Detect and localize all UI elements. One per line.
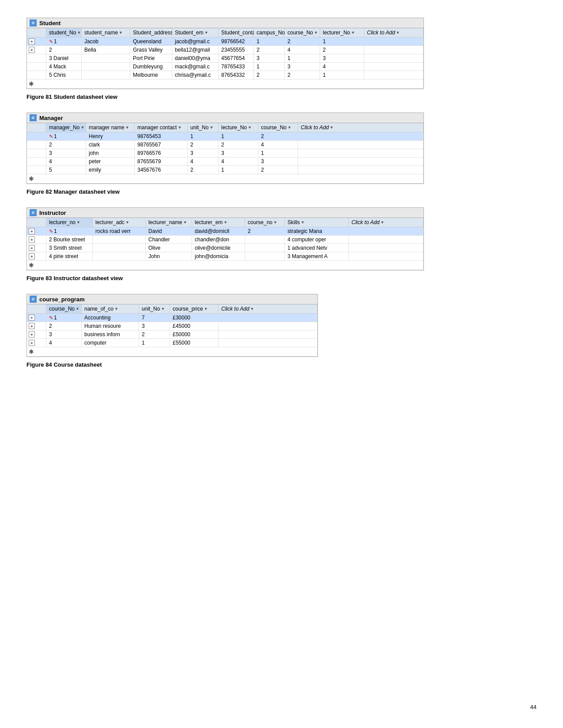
- manager-col-unit[interactable]: unit_No ▼: [188, 123, 219, 132]
- expand-btn[interactable]: +: [29, 228, 35, 234]
- table-row[interactable]: 5 emily 34567676 2 1 2: [27, 166, 423, 174]
- table-row[interactable]: ✎1 Henry 98765453 1 1 2: [27, 132, 423, 141]
- student-lecturer-4: 4: [320, 63, 364, 71]
- row-expand-3[interactable]: [27, 54, 46, 62]
- expand-btn[interactable]: +: [29, 331, 35, 338]
- new-row[interactable]: ✱: [27, 79, 423, 89]
- new-row-cell[interactable]: [40, 261, 423, 270]
- student-header-row: student_No ▼ student_name ▼ Student_addr…: [27, 28, 423, 38]
- course-col-name[interactable]: name_of_co ▼: [82, 304, 139, 313]
- row-expand-m3[interactable]: [27, 149, 46, 157]
- manager-add-3: [298, 149, 423, 157]
- course-col-unit[interactable]: unit_No ▼: [139, 304, 170, 313]
- new-row-cell[interactable]: [40, 79, 423, 88]
- table-row[interactable]: + 4 pirie street John john@domicia 3 Man…: [27, 252, 423, 261]
- table-row[interactable]: + 3 Smith street Olive olive@domicile 1 …: [27, 244, 423, 252]
- new-row[interactable]: ✱: [27, 347, 317, 356]
- instructor-addr-2: [93, 236, 146, 244]
- student-col-name[interactable]: student_name ▼: [82, 28, 130, 37]
- manager-col-course[interactable]: course_No ▼: [258, 123, 298, 132]
- row-expand-c4[interactable]: +: [27, 339, 46, 347]
- row-expand-m5[interactable]: [27, 166, 46, 174]
- student-col-no[interactable]: student_No ▼: [46, 28, 82, 37]
- student-col-campus[interactable]: campus_No ▼: [254, 28, 285, 37]
- table-row[interactable]: + ✎1 rocks road verr David david@domicil…: [27, 227, 423, 236]
- manager-no-2: 2: [46, 141, 86, 149]
- course-col-add[interactable]: Click to Add ▼: [219, 304, 317, 313]
- page-number: 44: [530, 704, 537, 710]
- expand-btn[interactable]: +: [29, 315, 35, 321]
- student-course-5: 2: [285, 71, 320, 79]
- new-row[interactable]: ✱: [27, 174, 423, 184]
- student-col-lecturer[interactable]: lecturer_No ▼: [320, 28, 364, 37]
- row-expand-c1[interactable]: +: [27, 314, 46, 322]
- new-row-cell[interactable]: [40, 174, 423, 183]
- instructor-name-2: Chandler: [146, 236, 192, 244]
- row-expand-1[interactable]: +: [27, 38, 46, 45]
- manager-col-add[interactable]: Click to Add ▼: [298, 123, 423, 132]
- expand-btn[interactable]: +: [29, 47, 35, 53]
- row-expand-i2[interactable]: +: [27, 236, 46, 244]
- table-row[interactable]: 2 clark 98765567 2 2 4: [27, 141, 423, 149]
- row-expand-c2[interactable]: +: [27, 322, 46, 330]
- instructor-col-skills[interactable]: Skills ▼: [285, 218, 349, 227]
- new-row-cell[interactable]: [40, 347, 317, 356]
- student-col-add[interactable]: Click to Add ▼: [364, 28, 423, 37]
- student-col-email[interactable]: Student_em ▼: [172, 28, 219, 37]
- student-col-contact[interactable]: Student_contact ▼: [219, 28, 254, 37]
- row-expand-i4[interactable]: +: [27, 252, 46, 260]
- table-row[interactable]: + 3 business inforn 2 £50000: [27, 330, 317, 339]
- table-row[interactable]: + 2 Bella Grass Valley bella12@gmail 234…: [27, 46, 423, 54]
- table-row[interactable]: + 4 computer 1 £55000: [27, 339, 317, 347]
- student-col-course[interactable]: course_No ▼: [285, 28, 320, 37]
- expand-btn[interactable]: +: [29, 245, 35, 251]
- manager-unit-1: 1: [188, 132, 219, 140]
- instructor-col-no[interactable]: lecturer_no ▼: [46, 218, 93, 227]
- instructor-add-4: [349, 252, 423, 260]
- course-col-price[interactable]: course_price ▼: [170, 304, 219, 313]
- table-row[interactable]: 4 Mack Dumbleyung mack@gmail.c 78765433 …: [27, 63, 423, 71]
- student-table-icon: [30, 19, 37, 26]
- expand-btn[interactable]: +: [29, 236, 35, 243]
- instructor-name-1: David: [146, 227, 192, 235]
- expand-btn[interactable]: +: [29, 253, 35, 259]
- row-expand-c3[interactable]: +: [27, 330, 46, 338]
- row-expand-5[interactable]: [27, 71, 46, 79]
- table-row[interactable]: + 2 Bourke street Chandler chandler@don …: [27, 236, 423, 244]
- instructor-add-3: [349, 244, 423, 252]
- manager-col-lecture[interactable]: lecture_No ▼: [219, 123, 258, 132]
- instructor-col-email[interactable]: lecturer_em ▼: [192, 218, 245, 227]
- table-row[interactable]: + 2 Human resoure 3 £45000: [27, 322, 317, 330]
- instructor-no-3: 3 Smith street: [46, 244, 93, 252]
- row-expand-m1[interactable]: [27, 132, 46, 140]
- instructor-col-name[interactable]: lecturer_name ▼: [146, 218, 192, 227]
- student-title: Student: [39, 20, 60, 26]
- row-expand-i3[interactable]: +: [27, 244, 46, 252]
- course-section: course_program course_No ▼ name_of_co ▼ …: [26, 294, 537, 368]
- student-col-address[interactable]: Student_address ▼: [130, 28, 172, 37]
- instructor-col-add[interactable]: Click to Add ▼: [349, 218, 423, 227]
- table-row[interactable]: 3 Daniel Port Pirie daniel00@yma 4567765…: [27, 54, 423, 63]
- table-row[interactable]: 5 Chris Melbourne chrisa@ymail.c 8765433…: [27, 71, 423, 79]
- instructor-col-addr[interactable]: lecturer_adc ▼: [93, 218, 146, 227]
- new-row[interactable]: ✱: [27, 261, 423, 270]
- manager-name-5: emily: [86, 166, 135, 174]
- course-table: course_program course_No ▼ name_of_co ▼ …: [26, 294, 318, 357]
- expand-btn[interactable]: +: [29, 38, 35, 45]
- row-expand-4[interactable]: [27, 63, 46, 71]
- table-row[interactable]: 4 peter 87655679 4 4 3: [27, 158, 423, 166]
- course-col-no[interactable]: course_No ▼: [46, 304, 82, 313]
- manager-col-no[interactable]: manager_No ▼: [46, 123, 86, 132]
- table-row[interactable]: 3 john 89766576 3 3 1: [27, 149, 423, 158]
- expand-btn[interactable]: +: [29, 323, 35, 329]
- row-expand-m2[interactable]: [27, 141, 46, 149]
- expand-btn[interactable]: +: [29, 340, 35, 346]
- manager-col-contact[interactable]: manager contact ▼: [135, 123, 188, 132]
- table-row[interactable]: + ✎1 Jacob Queensland jacob@gmail.c 9876…: [27, 38, 423, 46]
- row-expand-i1[interactable]: +: [27, 227, 46, 235]
- table-row[interactable]: + ✎1 Accounting 7 £30000: [27, 314, 317, 322]
- manager-col-name[interactable]: manager name ▼: [86, 123, 135, 132]
- row-expand-2[interactable]: +: [27, 46, 46, 54]
- instructor-col-course[interactable]: course_no ▼: [245, 218, 285, 227]
- row-expand-m4[interactable]: [27, 158, 46, 165]
